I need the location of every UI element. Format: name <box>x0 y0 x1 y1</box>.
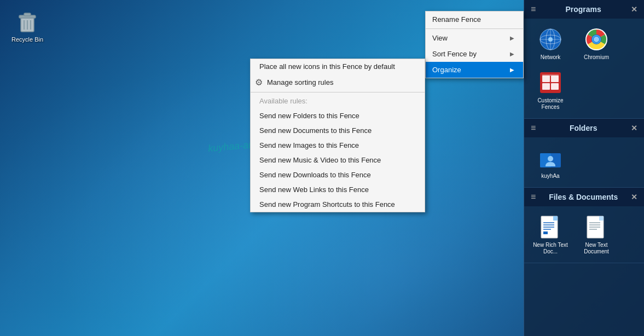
submenu-send-program[interactable]: Send new Program Shortcuts to this Fence <box>251 197 425 212</box>
context-menu-organize[interactable]: Organize ▶ <box>426 62 523 78</box>
recycle-bin-icon[interactable]: Recycle Bin <box>5 5 49 45</box>
svg-rect-21 <box>551 76 559 82</box>
recycle-bin-image <box>14 8 40 34</box>
svg-rect-2 <box>24 13 31 16</box>
svg-rect-33 <box>543 231 548 234</box>
fence-icon-chromium[interactable]: Chromium <box>575 23 618 64</box>
svg-rect-19 <box>542 76 550 82</box>
fence-files-header[interactable]: ≡ Files & Documents ✕ <box>524 188 644 206</box>
svg-point-12 <box>548 37 553 42</box>
kuyhaa-folder-icon <box>537 145 564 171</box>
svg-rect-23 <box>542 74 559 76</box>
submenu-send-music[interactable]: Send new Music & Video to this Fence <box>251 153 425 167</box>
fence-icon-rich-doc[interactable]: New Rich Text Doc... <box>529 211 572 258</box>
fence-icon-kuyhaa[interactable]: kuyhAa <box>529 142 572 183</box>
submenu-send-weblinks[interactable]: Send new Web Links to this Fence <box>251 182 425 197</box>
fence-folders-close-icon[interactable]: ✕ <box>631 124 637 132</box>
submenu-divider-1 <box>251 92 425 92</box>
context-menu-divider-1 <box>426 28 523 29</box>
context-menu-view[interactable]: View ▶ <box>426 30 523 46</box>
submenu-place-all[interactable]: Place all new icons in this Fence by def… <box>251 59 425 74</box>
kuyhaa-label: kuyhAa <box>541 173 559 179</box>
chromium-icon <box>583 26 610 53</box>
fence-folders-icons: kuyhAa <box>524 137 644 187</box>
svg-rect-28 <box>553 216 558 221</box>
svg-point-26 <box>548 156 553 161</box>
fence-folders-menu-icon[interactable]: ≡ <box>531 123 536 133</box>
svg-rect-20 <box>542 83 550 90</box>
fence-files-menu-icon[interactable]: ≡ <box>531 192 536 202</box>
fence-programs-close-icon[interactable]: ✕ <box>631 5 637 14</box>
text-doc-icon <box>583 214 610 240</box>
submenu-send-documents[interactable]: Send new Documents to this Fence <box>251 123 425 138</box>
manage-sorting-icon: ⚙ <box>255 77 263 88</box>
svg-rect-22 <box>551 83 559 90</box>
submenu-organize: Place all new icons in this Fence by def… <box>250 59 425 212</box>
submenu-available-rules: Available rules: <box>251 94 425 108</box>
customize-fences-label: Customize Fences <box>531 97 570 111</box>
svg-rect-35 <box>599 216 604 221</box>
fence-programs-menu-icon[interactable]: ≡ <box>531 4 536 14</box>
fence-files-close-icon[interactable]: ✕ <box>631 193 637 201</box>
fence-programs-icons: Network <box>524 19 644 118</box>
sort-arrow-icon: ▶ <box>510 51 514 57</box>
svg-point-17 <box>594 37 599 42</box>
text-doc-label: New Text Document <box>577 242 616 255</box>
organize-arrow-icon: ▶ <box>510 67 514 73</box>
chromium-label: Chromium <box>584 54 609 61</box>
recycle-bin-label: Recycle Bin <box>11 36 43 43</box>
context-menu-sort[interactable]: Sort Fence by ▶ <box>426 46 523 62</box>
network-label: Network <box>541 54 561 61</box>
submenu-send-images[interactable]: Send new Images to this Fence <box>251 138 425 153</box>
fence-folders: ≡ Folders ✕ k <box>524 119 644 188</box>
fence-icon-customize[interactable]: Customize Fences <box>529 66 572 114</box>
submenu-send-folders[interactable]: Send new Folders to this Fence <box>251 108 425 123</box>
fence-programs: ≡ Programs ✕ <box>524 0 644 119</box>
fence-folders-header[interactable]: ≡ Folders ✕ <box>524 119 644 137</box>
fence-programs-title: Programs <box>565 5 601 14</box>
fence-programs-header[interactable]: ≡ Programs ✕ <box>524 0 644 19</box>
fence-icon-network[interactable]: Network <box>529 23 572 64</box>
fence-files-documents: ≡ Files & Documents ✕ <box>524 188 644 263</box>
fences-panel: ≡ Programs ✕ <box>524 0 644 336</box>
rich-text-doc-label: New Rich Text Doc... <box>531 242 570 255</box>
fence-icon-text-doc[interactable]: New Text Document <box>575 211 618 258</box>
context-menu-rename[interactable]: Rename Fence <box>426 11 523 27</box>
view-arrow-icon: ▶ <box>510 35 514 41</box>
submenu-manage-sorting[interactable]: ⚙ Manage sorting rules <box>251 74 425 91</box>
customize-fences-icon <box>537 69 564 96</box>
fence-folders-title: Folders <box>570 124 597 132</box>
fence-files-title: Files & Documents <box>549 193 618 201</box>
fence-files-icons: New Rich Text Doc... <box>524 206 644 263</box>
desktop: Recycle Bin kuyhaa-android19 ≡ Programs … <box>0 0 644 336</box>
context-menu-main: Rename Fence View ▶ Sort Fence by ▶ Orga… <box>425 11 524 78</box>
rich-text-doc-icon <box>537 214 564 240</box>
submenu-send-downloads[interactable]: Send new Downloads to this Fence <box>251 167 425 182</box>
network-icon <box>537 26 564 53</box>
